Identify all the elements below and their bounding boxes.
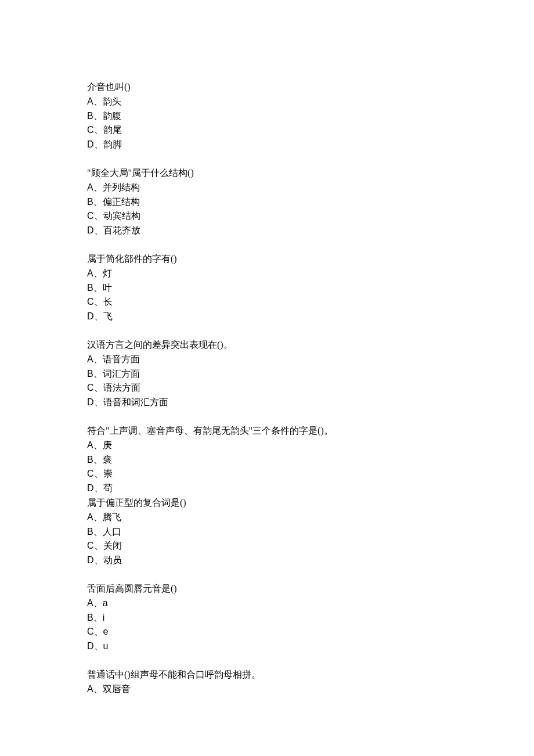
option-label: B、褒	[87, 455, 112, 465]
option-label: B、i	[87, 613, 104, 622]
option-a: A、灯	[87, 267, 447, 281]
option-c: C、动宾结构	[87, 209, 447, 224]
option-d: D、韵脚	[87, 138, 447, 152]
question-block-6: 属于偏正型的复合词是() A、腾飞 B、人口 C、关闭 D、动员	[87, 496, 447, 568]
option-a: A、语音方面	[87, 352, 447, 367]
option-label: B、人口	[87, 527, 121, 537]
option-b: B、韵腹	[87, 109, 447, 124]
question-text: 属于偏正型的复合词是()	[87, 496, 447, 510]
option-label: D、u	[87, 641, 108, 651]
option-label: D、语音和词汇方面	[87, 397, 168, 407]
option-label: B、偏正结构	[87, 197, 140, 207]
option-label: D、苟	[87, 483, 113, 493]
question-block-3: 属于简化部件的字有() A、灯 B、叶 C、长 D、飞	[87, 252, 447, 324]
question-block-1: 介音也叫() A、韵头 B、韵腹 C、韵尾 D、韵脚	[87, 80, 447, 152]
question-text: 符合"上声调、塞音声母、有韵尾无韵头"三个条件的字是()。	[87, 424, 447, 438]
option-label: A、a	[87, 598, 108, 608]
option-label: C、动宾结构	[87, 211, 140, 221]
question-text: 介音也叫()	[87, 80, 447, 95]
option-label: D、韵脚	[87, 139, 122, 149]
option-label: A、双唇音	[87, 684, 131, 694]
question-text: "顾全大局"属于什么结构()	[87, 166, 447, 181]
question-text: 普通话中()组声母不能和合口呼韵母相拼。	[87, 668, 447, 682]
option-label: C、e	[87, 627, 108, 636]
option-label: A、语音方面	[87, 354, 140, 364]
question-block-7: 舌面后高圆唇元音是() A、a B、i C、e D、u	[87, 582, 447, 654]
option-label: D、动员	[87, 555, 122, 565]
option-label: C、长	[87, 297, 113, 307]
question-block-4: 汉语方言之间的差异突出表现在()。 A、语音方面 B、词汇方面 C、语法方面 D…	[87, 338, 447, 410]
option-a: A、腾飞	[87, 510, 447, 525]
document-page: 介音也叫() A、韵头 B、韵腹 C、韵尾 D、韵脚 "顾全大局"属于什么结构(…	[0, 0, 534, 756]
question-block-5: 符合"上声调、塞音声母、有韵尾无韵头"三个条件的字是()。 A、庚 B、褒 C、…	[87, 424, 447, 496]
option-a: A、韵头	[87, 95, 447, 109]
option-c: C、长	[87, 295, 447, 309]
option-c: C、崇	[87, 467, 447, 481]
question-block-8: 普通话中()组声母不能和合口呼韵母相拼。 A、双唇音	[87, 668, 447, 697]
option-b: B、词汇方面	[87, 367, 447, 381]
option-label: A、并列结构	[87, 182, 140, 192]
option-b: B、偏正结构	[87, 195, 447, 210]
option-d: D、u	[87, 639, 447, 654]
option-c: C、韵尾	[87, 123, 447, 138]
option-label: A、腾飞	[87, 512, 121, 522]
option-c: C、语法方面	[87, 381, 447, 395]
option-label: C、语法方面	[87, 383, 140, 393]
question-text: 属于简化部件的字有()	[87, 252, 447, 267]
option-d: D、飞	[87, 309, 447, 324]
option-label: A、庚	[87, 440, 112, 450]
option-d: D、苟	[87, 481, 447, 496]
option-b: B、叶	[87, 281, 447, 296]
option-label: B、叶	[87, 283, 112, 293]
option-b: B、i	[87, 611, 447, 625]
option-a: A、庚	[87, 438, 447, 453]
option-label: D、百花齐放	[87, 225, 140, 235]
option-label: C、关闭	[87, 541, 122, 550]
option-c: C、关闭	[87, 539, 447, 553]
option-d: D、语音和词汇方面	[87, 395, 447, 410]
option-a: A、a	[87, 596, 447, 611]
question-text: 舌面后高圆唇元音是()	[87, 582, 447, 596]
option-label: C、韵尾	[87, 125, 122, 135]
option-b: B、人口	[87, 525, 447, 539]
option-label: A、灯	[87, 268, 112, 278]
option-c: C、e	[87, 625, 447, 639]
option-d: D、百花齐放	[87, 224, 447, 238]
option-label: A、韵头	[87, 96, 121, 106]
question-block-2: "顾全大局"属于什么结构() A、并列结构 B、偏正结构 C、动宾结构 D、百花…	[87, 166, 447, 238]
option-label: D、飞	[87, 311, 113, 321]
option-label: C、崇	[87, 469, 113, 478]
question-text: 汉语方言之间的差异突出表现在()。	[87, 338, 447, 352]
option-b: B、褒	[87, 453, 447, 467]
option-a: A、并列结构	[87, 181, 447, 195]
option-label: B、词汇方面	[87, 369, 140, 379]
option-label: B、韵腹	[87, 111, 121, 121]
option-d: D、动员	[87, 553, 447, 568]
option-a: A、双唇音	[87, 682, 447, 697]
